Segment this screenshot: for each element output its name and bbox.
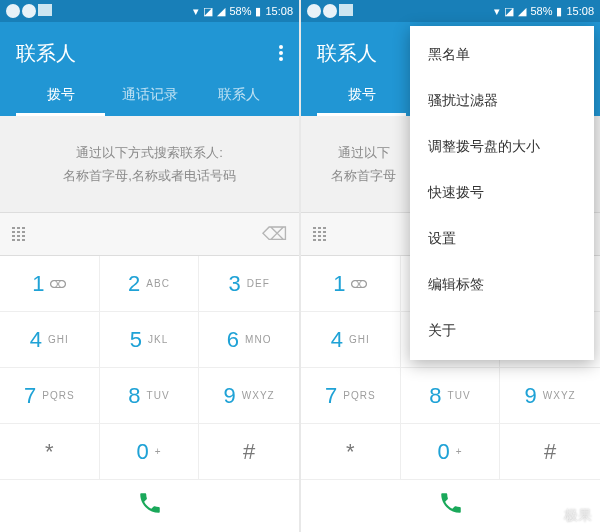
voicemail-icon (351, 280, 367, 288)
battery-pct: 58% (229, 5, 251, 17)
tab-call-log[interactable]: 通话记录 (105, 76, 194, 116)
key-0[interactable]: 0+ (401, 424, 501, 480)
key-2[interactable]: 2ABC (100, 256, 200, 312)
dialpad-toggle-icon[interactable] (313, 227, 331, 241)
battery-icon: ▮ (255, 5, 261, 18)
key-9[interactable]: 9WXYZ (199, 368, 299, 424)
status-bar: ▾ ◪ ◢ 58% ▮ 15:08 (0, 0, 299, 22)
key-1[interactable]: 1 (0, 256, 100, 312)
empty-hint: 通过以下方式搜索联系人: 名称首字母,名称或者电话号码 (0, 116, 299, 212)
key-hash[interactable]: # (199, 424, 299, 480)
key-0[interactable]: 0+ (100, 424, 200, 480)
key-8[interactable]: 8TUV (100, 368, 200, 424)
key-7[interactable]: 7PQRS (0, 368, 100, 424)
key-6[interactable]: 6MNO (199, 312, 299, 368)
menu-speed-dial[interactable]: 快速拨号 (410, 170, 594, 216)
app-icon (22, 4, 36, 18)
app-icon (38, 4, 52, 16)
app-icon (339, 4, 353, 16)
call-row (0, 480, 299, 532)
app-title: 联系人 (317, 40, 377, 67)
call-row (301, 480, 600, 532)
key-4[interactable]: 4GHI (0, 312, 100, 368)
hint-line: 通过以下 (331, 141, 396, 164)
no-sim-icon: ◪ (504, 5, 514, 18)
backspace-icon[interactable]: ⌫ (262, 223, 287, 245)
key-4[interactable]: 4GHI (301, 312, 401, 368)
menu-edit-labels[interactable]: 编辑标签 (410, 262, 594, 308)
dialpad-toggle-icon[interactable] (12, 227, 30, 241)
key-1[interactable]: 1 (301, 256, 401, 312)
voicemail-icon (50, 280, 66, 288)
app-icon (323, 4, 337, 18)
key-star[interactable]: * (301, 424, 401, 480)
wifi-icon: ▾ (494, 5, 500, 18)
app-header: 联系人 拨号 通话记录 联系人 (0, 22, 299, 116)
overflow-menu-button[interactable] (279, 45, 283, 61)
menu-about[interactable]: 关于 (410, 308, 594, 354)
key-hash[interactable]: # (500, 424, 600, 480)
battery-pct: 58% (530, 5, 552, 17)
menu-settings[interactable]: 设置 (410, 216, 594, 262)
overflow-menu: 黑名单 骚扰过滤器 调整拨号盘的大小 快速拨号 设置 编辑标签 关于 (410, 26, 594, 360)
hint-line: 通过以下方式搜索联系人: (63, 141, 236, 164)
key-7[interactable]: 7PQRS (301, 368, 401, 424)
app-icon (307, 4, 321, 18)
signal-icon: ◢ (217, 5, 225, 18)
clock: 15:08 (265, 5, 293, 17)
hint-line: 名称首字母 (331, 164, 396, 187)
no-sim-icon: ◪ (203, 5, 213, 18)
call-button[interactable] (137, 490, 163, 523)
number-input-row: ⌫ (0, 212, 299, 256)
key-star[interactable]: * (0, 424, 100, 480)
app-title: 联系人 (16, 40, 76, 67)
battery-icon: ▮ (556, 5, 562, 18)
tab-bar: 拨号 通话记录 联系人 (16, 76, 283, 116)
tab-contacts[interactable]: 联系人 (194, 76, 283, 116)
key-5[interactable]: 5JKL (100, 312, 200, 368)
phone-icon (438, 490, 464, 516)
key-3[interactable]: 3DEF (199, 256, 299, 312)
key-8[interactable]: 8TUV (401, 368, 501, 424)
phone-icon (137, 490, 163, 516)
tab-dial[interactable]: 拨号 (317, 76, 406, 116)
phone-screen-right: ▾ ◪ ◢ 58% ▮ 15:08 联系人 拨号 通过以下 名称首字母 ⌫ (301, 0, 600, 532)
hint-line: 名称首字母,名称或者电话号码 (63, 164, 236, 187)
tab-dial[interactable]: 拨号 (16, 76, 105, 116)
dialpad: 1 2ABC 3DEF 4GHI 5JKL 6MNO 7PQRS 8TUV 9W… (0, 256, 299, 480)
status-bar: ▾ ◪ ◢ 58% ▮ 15:08 (301, 0, 600, 22)
menu-blacklist[interactable]: 黑名单 (410, 32, 594, 78)
call-button[interactable] (438, 490, 464, 523)
clock: 15:08 (566, 5, 594, 17)
key-9[interactable]: 9WXYZ (500, 368, 600, 424)
phone-screen-left: ▾ ◪ ◢ 58% ▮ 15:08 联系人 拨号 通话记录 联系人 通过以下方式… (0, 0, 299, 532)
menu-dialpad-size[interactable]: 调整拨号盘的大小 (410, 124, 594, 170)
signal-icon: ◢ (518, 5, 526, 18)
wifi-icon: ▾ (193, 5, 199, 18)
menu-spam-filter[interactable]: 骚扰过滤器 (410, 78, 594, 124)
app-icon (6, 4, 20, 18)
